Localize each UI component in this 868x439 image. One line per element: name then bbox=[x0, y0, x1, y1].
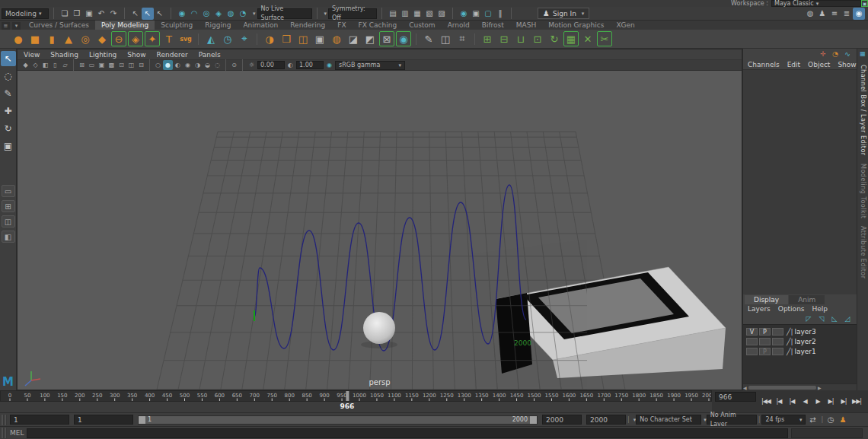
image-plane-icon[interactable]: ▱ bbox=[60, 60, 70, 70]
play-forwards-button[interactable]: ▶ bbox=[812, 396, 824, 408]
split-pane-layout-button[interactable]: ◫ bbox=[2, 215, 15, 227]
move-layer-up-button[interactable]: ◸ bbox=[804, 314, 813, 323]
wireframe-icon[interactable]: ○ bbox=[153, 60, 163, 70]
playback-start-field[interactable]: 1 bbox=[74, 415, 133, 425]
channel-box-toggle-icon[interactable]: ◉ bbox=[853, 8, 865, 20]
layer-visibility-toggle[interactable]: V bbox=[746, 328, 758, 336]
render-view-icon[interactable]: ◉ bbox=[458, 8, 470, 20]
range-slider[interactable]: 1 2000 bbox=[138, 415, 538, 425]
channel-box-area[interactable] bbox=[743, 69, 857, 294]
camera-attributes-icon[interactable]: ◧ bbox=[40, 60, 50, 70]
anim-layer-field[interactable]: No Anim Layer bbox=[707, 415, 757, 425]
layer-editor-tab-anim[interactable]: Anim bbox=[789, 295, 825, 304]
chevron-down-icon[interactable]: ▾ bbox=[253, 11, 256, 17]
shelf-tab-custom[interactable]: Custom bbox=[403, 21, 441, 30]
channel-menu-channels[interactable]: Channels bbox=[748, 61, 780, 68]
select-tool[interactable]: ↖ bbox=[1, 51, 16, 66]
speed-state-icon[interactable]: ◔ bbox=[831, 49, 840, 59]
outliner-pane-layout-button[interactable]: ◧ bbox=[2, 231, 15, 243]
shelf-tab-mash[interactable]: MASH bbox=[510, 21, 542, 30]
play-backwards-button[interactable]: ◀ bbox=[799, 396, 811, 408]
insert-edge-loop-button[interactable]: ◫ bbox=[438, 31, 453, 46]
fill-hole-button[interactable]: ⊡ bbox=[530, 31, 545, 46]
select-camera-icon[interactable]: ◆ bbox=[21, 60, 30, 70]
film-gate-icon[interactable]: ▭ bbox=[87, 60, 97, 70]
target-weld-button[interactable]: ✕ bbox=[580, 31, 595, 46]
channel-menu-edit[interactable]: Edit bbox=[787, 61, 800, 68]
gamma-icon[interactable]: ◐ bbox=[286, 60, 295, 70]
svg-tool-button[interactable]: svg bbox=[178, 31, 193, 46]
ipr-render-icon[interactable]: ▢ bbox=[482, 8, 494, 20]
shelf-tab-poly-modeling[interactable]: Poly Modeling bbox=[95, 21, 155, 30]
sculpt-tool-button[interactable]: ◭ bbox=[203, 31, 219, 46]
scroll-right-icon[interactable]: ▶ bbox=[818, 385, 822, 390]
poly-cone-button[interactable]: ▲ bbox=[61, 31, 76, 46]
snap-to-view-plane-icon[interactable]: ◍ bbox=[225, 8, 237, 20]
outliner-window-icon[interactable]: ▤ bbox=[387, 8, 399, 20]
anti-alias-icon[interactable]: ◌ bbox=[212, 60, 222, 70]
sphere-mesh[interactable] bbox=[363, 312, 395, 344]
chevron-down-icon[interactable]: ▾ bbox=[324, 11, 327, 17]
use-all-lights-icon[interactable]: ◉ bbox=[183, 60, 193, 70]
step-forward-frame-button[interactable]: ▶| bbox=[838, 396, 850, 408]
side-tab-attribute-editor[interactable]: Attribute Editor bbox=[860, 226, 866, 279]
paint-select-tool[interactable]: ✎ bbox=[1, 86, 16, 101]
layer-playback-toggle[interactable] bbox=[759, 338, 771, 345]
snap-to-curve-icon[interactable]: ◠ bbox=[188, 8, 200, 20]
shelf-tab-arnold[interactable]: Arnold bbox=[442, 21, 476, 30]
layer-color-swatch[interactable] bbox=[772, 328, 783, 336]
extract-button[interactable]: ▣ bbox=[312, 31, 327, 46]
live-surface-field[interactable]: No Live Surface bbox=[257, 8, 312, 19]
shelf-tab-bifrost[interactable]: Bifrost bbox=[476, 21, 510, 30]
animation-preferences-icon[interactable]: ◷ bbox=[825, 414, 837, 426]
new-layer-from-selected-button[interactable]: ◿ bbox=[843, 314, 852, 323]
attribute-editor-toggle-icon[interactable]: ≣ bbox=[841, 8, 853, 20]
exposure-icon[interactable]: ☼ bbox=[247, 60, 257, 70]
layer-visibility-toggle[interactable] bbox=[746, 348, 758, 355]
poly-sphere-button[interactable]: ● bbox=[11, 31, 26, 46]
quadrangulate-button[interactable]: ◩ bbox=[362, 31, 378, 46]
workspace-icon[interactable]: ▣ bbox=[861, 0, 868, 7]
safe-action-icon[interactable]: ◫ bbox=[126, 60, 136, 70]
lasso-select-tool[interactable]: ◌ bbox=[1, 68, 16, 84]
layer-name[interactable]: layer3 bbox=[794, 328, 815, 336]
render-current-frame-icon[interactable]: ▣ bbox=[470, 8, 482, 20]
shelf-tab-sculpting[interactable]: Sculpting bbox=[155, 21, 199, 30]
mirror-button[interactable]: ◑ bbox=[262, 31, 277, 46]
separate-button[interactable]: ◫ bbox=[295, 31, 311, 46]
poly-disc-button[interactable]: ⊖ bbox=[111, 31, 126, 46]
character-controls-icon[interactable]: ♟ bbox=[816, 8, 828, 20]
exposure-field[interactable]: 0.00 bbox=[257, 61, 285, 69]
gate-mask-icon[interactable]: ▩ bbox=[107, 60, 116, 70]
layer-color-swatch[interactable] bbox=[772, 348, 783, 355]
layer-scrollbar[interactable]: ◀ ▶ bbox=[743, 383, 857, 390]
channel-menu-show[interactable]: Show bbox=[838, 61, 856, 68]
isolate-select-icon[interactable]: ⊙ bbox=[229, 60, 239, 70]
combine-button[interactable]: ❒ bbox=[279, 31, 294, 46]
select-hierarchy-icon[interactable]: ↖ bbox=[129, 8, 142, 20]
hypershade-window-icon[interactable]: ▥ bbox=[399, 8, 411, 20]
poly-plane-button[interactable]: ◆ bbox=[94, 31, 110, 46]
layer-playback-toggle[interactable]: P bbox=[759, 328, 771, 336]
playback-end-field[interactable]: 2000 bbox=[542, 415, 582, 425]
tool-settings-toggle-icon[interactable]: ≡ bbox=[828, 8, 841, 20]
shelf-tab-curves-surfaces[interactable]: Curves / Surfaces bbox=[23, 21, 95, 30]
command-language-label[interactable]: MEL bbox=[10, 429, 24, 437]
animation-end-field[interactable]: 2000 bbox=[586, 415, 626, 425]
four-pane-layout-button[interactable]: ⊞ bbox=[2, 200, 15, 212]
new-empty-layer-button[interactable]: ◺ bbox=[830, 314, 839, 323]
workspace-dropdown[interactable]: Maya Classic ▾ bbox=[771, 0, 861, 7]
lock-camera-icon[interactable]: ◇ bbox=[30, 60, 40, 70]
bookmarks-icon[interactable]: ▯ bbox=[50, 60, 60, 70]
symmetry-field[interactable]: Symmetry: Off bbox=[328, 8, 377, 19]
channel-menu-object[interactable]: Object bbox=[808, 61, 830, 68]
shelf-tab-fx[interactable]: FX bbox=[331, 21, 352, 30]
shelf-tab-xgen[interactable]: XGen bbox=[610, 21, 640, 30]
center-pivot-button[interactable]: ⌖ bbox=[237, 31, 252, 46]
layer-name[interactable]: layer1 bbox=[794, 348, 815, 355]
new-scene-icon[interactable]: ❏ bbox=[59, 8, 71, 20]
layer-menu-options[interactable]: Options bbox=[778, 305, 805, 313]
redo-icon[interactable]: ↷ bbox=[107, 8, 120, 20]
ao-icon[interactable]: ◒ bbox=[203, 60, 212, 70]
rotate-tool[interactable]: ↻ bbox=[1, 121, 16, 136]
